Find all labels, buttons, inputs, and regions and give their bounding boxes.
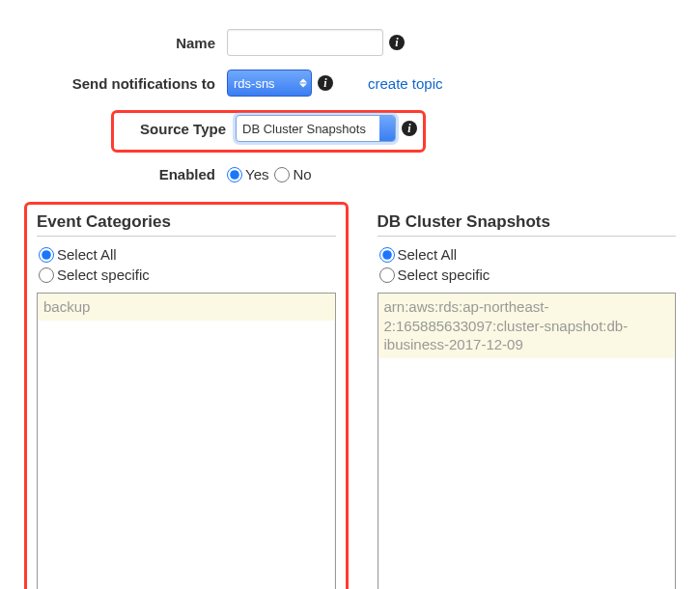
ec-select-specific-radio[interactable]: Select specific [39,266,336,283]
divider [378,236,677,237]
ec-select-all-radio[interactable]: Select All [39,246,336,263]
chevron-updown-icon [299,79,307,88]
row-notify: Send notifications to rds-sns i create t… [24,70,676,97]
notify-label: Send notifications to [24,75,227,92]
db-snapshots-heading: DB Cluster Snapshots [378,212,677,232]
source-type-label: Source Type [120,121,236,137]
row-name: Name i [24,29,676,56]
enabled-label: Enabled [24,166,227,182]
db-select-specific-radio[interactable]: Select specific [379,266,677,283]
create-topic-link[interactable]: create topic [368,75,443,92]
enabled-yes-radio[interactable]: Yes [227,166,268,182]
source-type-value: DB Cluster Snapshots [242,122,366,136]
ec-select-all-text: Select All [57,246,117,263]
enabled-no-radio[interactable]: No [274,166,311,182]
event-categories-panel: Event Categories Select All Select speci… [24,202,349,589]
db-snapshots-listbox[interactable]: arn:aws:rds:ap-northeast-2:165885633097:… [378,293,677,589]
divider [37,236,336,237]
source-type-select[interactable]: DB Cluster Snapshots [236,115,396,142]
db-select-specific-text: Select specific [398,266,490,283]
name-label: Name [24,35,227,51]
panels: Event Categories Select All Select speci… [24,202,676,589]
list-item[interactable]: backup [38,294,335,321]
db-snapshots-panel: DB Cluster Snapshots Select All Select s… [378,202,677,589]
row-source-type: Source Type DB Cluster Snapshots i [24,110,676,153]
ec-select-specific-text: Select specific [57,266,150,283]
info-icon[interactable]: i [402,121,417,136]
db-select-all-radio[interactable]: Select All [379,246,677,263]
info-icon[interactable]: i [389,35,405,50]
list-item[interactable]: arn:aws:rds:ap-northeast-2:165885633097:… [378,294,676,358]
source-type-highlight: Source Type DB Cluster Snapshots i [111,110,426,153]
event-categories-listbox[interactable]: backup [37,293,336,589]
event-categories-heading: Event Categories [37,212,336,232]
name-input[interactable] [227,29,383,56]
enabled-no-text: No [293,166,311,182]
notify-select[interactable]: rds-sns [227,70,312,97]
info-icon[interactable]: i [318,75,333,91]
form-rows: Name i Send notifications to rds-sns i c… [24,29,676,182]
db-select-all-text: Select All [398,246,458,263]
notify-select-value: rds-sns [234,76,275,91]
enabled-yes-text: Yes [245,166,268,182]
row-enabled: Enabled Yes No [24,166,676,182]
